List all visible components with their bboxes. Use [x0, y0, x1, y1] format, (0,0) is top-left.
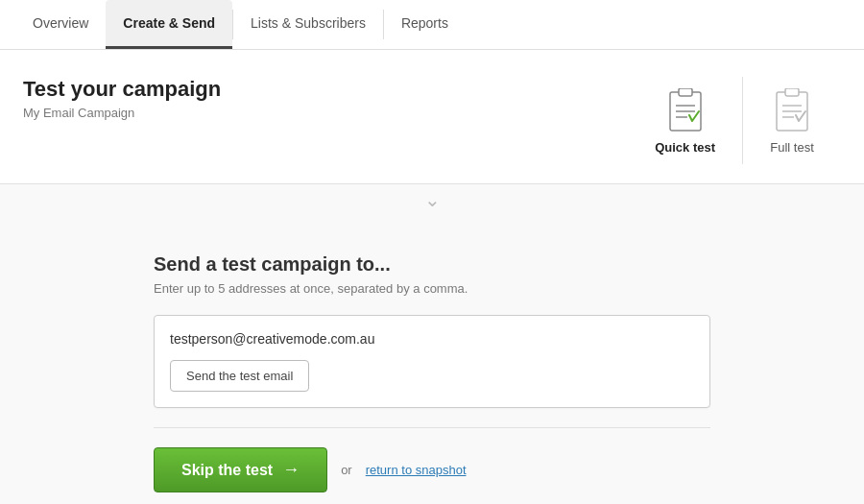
campaign-subtitle: My Email Campaign [23, 106, 221, 120]
or-text: or [341, 463, 352, 477]
skip-label: Skip the test [181, 462, 273, 479]
email-box: Send the test email [154, 315, 710, 408]
send-description: Enter up to 5 addresses at once, separat… [154, 281, 710, 296]
send-test-button[interactable]: Send the test email [170, 360, 309, 392]
svg-rect-1 [679, 88, 692, 96]
test-options: Quick test Full test [628, 77, 841, 164]
campaign-info: Test your campaign My Email Campaign [23, 77, 221, 120]
panel-inner: Send a test campaign to... Enter up to 5… [134, 215, 730, 504]
full-test-option[interactable]: Full test [743, 77, 841, 164]
bottom-actions: Skip the test → or return to snapshot [154, 447, 710, 492]
divider [154, 427, 710, 428]
nav-item-overview[interactable]: Overview [15, 0, 106, 49]
nav-item-reports[interactable]: Reports [384, 0, 466, 49]
email-input[interactable] [170, 331, 694, 347]
skip-test-button[interactable]: Skip the test → [154, 447, 327, 492]
nav-bar: Overview Create & Send Lists & Subscribe… [0, 0, 864, 50]
svg-rect-6 [785, 88, 799, 96]
quick-test-label: Quick test [655, 140, 715, 155]
page-header: Test your campaign My Email Campaign Qui… [0, 50, 864, 184]
return-to-snapshot-link[interactable]: return to snapshot [366, 463, 467, 477]
send-title: Send a test campaign to... [154, 253, 710, 276]
arrow-icon: → [282, 460, 300, 480]
nav-item-create-send[interactable]: Create & Send [106, 0, 232, 49]
quick-test-option[interactable]: Quick test [628, 77, 743, 164]
full-test-label: Full test [770, 140, 814, 155]
campaign-title: Test your campaign [23, 77, 221, 102]
chevron-down-icon: ⌄ [424, 190, 441, 209]
nav-item-lists-subscribers[interactable]: Lists & Subscribers [233, 0, 383, 49]
full-test-icon [770, 86, 814, 136]
quick-test-icon [663, 86, 708, 136]
chevron-row: ⌄ [0, 184, 864, 215]
main-panel: Send a test campaign to... Enter up to 5… [0, 215, 864, 504]
